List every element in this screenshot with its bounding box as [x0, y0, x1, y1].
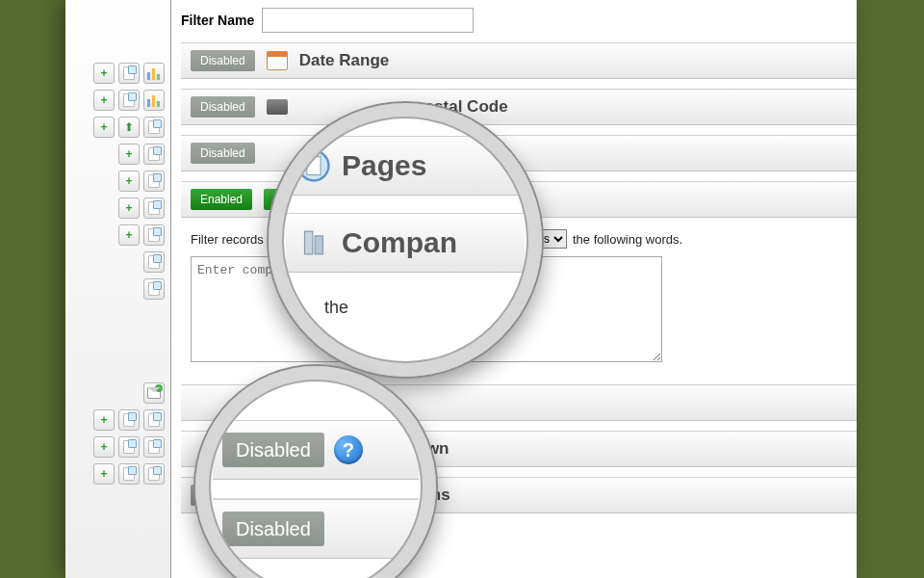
svg-rect-2	[305, 231, 313, 254]
svg-rect-3	[315, 236, 322, 254]
filter-name-row: Filter Name	[181, 4, 857, 42]
svg-rect-1	[307, 157, 321, 175]
add-icon[interactable]: +	[93, 63, 115, 84]
page-icon[interactable]	[143, 463, 165, 485]
lens-disabled-row-2: Disabled	[213, 499, 419, 559]
pages-icon	[295, 147, 332, 184]
page-icon[interactable]	[143, 436, 165, 458]
filter-label: Date Range	[299, 51, 390, 70]
sidebar-row: +	[65, 60, 170, 87]
lens-disabled-row: Disabled ?	[213, 420, 419, 480]
chart-icon[interactable]	[143, 90, 165, 111]
add-icon[interactable]: +	[118, 171, 140, 192]
disabled-badge[interactable]: Disabled	[191, 96, 255, 118]
add-icon[interactable]: +	[93, 90, 115, 111]
lens-label: Compan	[342, 226, 457, 259]
page-icon[interactable]	[118, 63, 140, 84]
page-icon[interactable]	[143, 251, 165, 273]
add-icon[interactable]: +	[93, 117, 115, 138]
card-icon	[267, 96, 288, 118]
mail-icon[interactable]	[143, 382, 165, 404]
page-icon[interactable]	[118, 436, 140, 458]
lens-pages-row: Pages	[286, 136, 525, 196]
sidebar: + + + ⬆ + + + +	[65, 0, 171, 578]
chart-icon[interactable]	[143, 63, 165, 84]
magnifier-top: Pages Compan the	[269, 103, 542, 377]
sentence-text: the following words.	[573, 232, 682, 247]
lens-label: Pages	[342, 149, 426, 182]
disabled-badge[interactable]: Disabled	[191, 143, 255, 164]
page-icon[interactable]	[118, 463, 140, 485]
page-icon[interactable]	[118, 409, 140, 431]
add-icon[interactable]: +	[118, 224, 140, 246]
enabled-badge[interactable]: Enabled	[191, 189, 252, 210]
lens-cutoff-text: the	[286, 290, 525, 318]
page-icon[interactable]	[143, 144, 165, 165]
page-icon[interactable]	[143, 409, 165, 431]
page-icon[interactable]	[143, 197, 165, 219]
page-icon[interactable]	[143, 224, 165, 246]
help-icon[interactable]: ?	[334, 435, 363, 464]
add-icon[interactable]: +	[118, 197, 140, 219]
filter-name-input[interactable]	[262, 8, 474, 33]
building-icon	[295, 224, 332, 261]
filter-date-range[interactable]: Disabled Date Range	[181, 42, 857, 79]
page-icon[interactable]	[143, 171, 165, 192]
add-icon[interactable]: +	[118, 144, 140, 165]
sentence-text: Filter records w	[191, 232, 276, 247]
page-icon[interactable]	[118, 90, 140, 111]
add-icon[interactable]: +	[93, 409, 115, 431]
page-icon[interactable]	[143, 278, 165, 300]
disabled-badge-large[interactable]: Disabled	[222, 433, 324, 467]
disabled-badge[interactable]: Disabled	[191, 50, 255, 71]
upload-icon[interactable]: ⬆	[118, 117, 140, 138]
filter-name-label: Filter Name	[181, 13, 254, 28]
filter-postal-code[interactable]: Disabled ostal Code	[181, 89, 857, 125]
add-icon[interactable]: +	[93, 436, 115, 458]
lens-company-row: Compan	[286, 213, 525, 273]
add-icon[interactable]: +	[93, 463, 115, 485]
page-icon[interactable]	[143, 117, 165, 138]
disabled-badge-large[interactable]: Disabled	[222, 512, 324, 546]
calendar-icon	[267, 50, 288, 71]
